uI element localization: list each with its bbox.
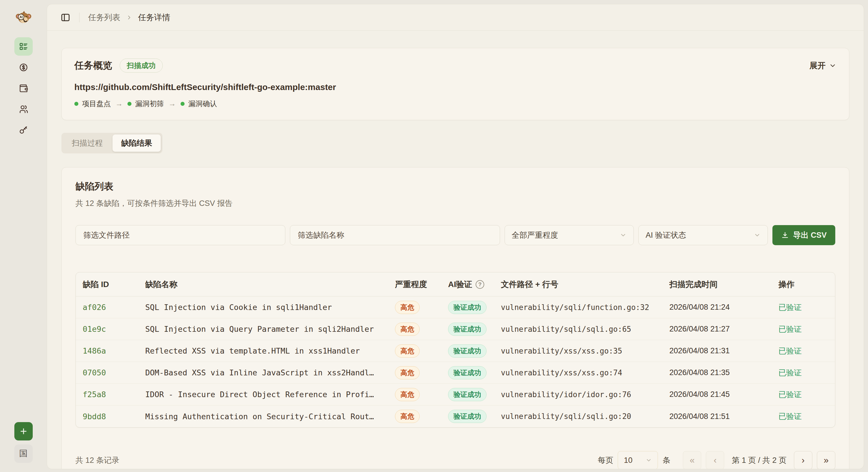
action-cell: 已验证 — [778, 346, 828, 356]
chevron-right-icon — [126, 14, 132, 21]
severity-cell: 高危 — [395, 344, 448, 358]
sidebar-item-users[interactable] — [14, 100, 33, 119]
last-page-button[interactable]: » — [817, 451, 835, 469]
export-csv-button[interactable]: 导出 CSV — [772, 225, 835, 245]
page-size-value: 10 — [624, 456, 632, 465]
severity-badge: 高危 — [395, 323, 420, 336]
tab-defect-results[interactable]: 缺陷结果 — [113, 134, 161, 152]
first-page-button[interactable]: « — [683, 451, 701, 469]
sidebar-item-api-keys[interactable] — [14, 121, 33, 139]
ai-verify-cell: 验证成功 — [448, 366, 501, 379]
ai-verified-badge: 验证成功 — [448, 366, 487, 379]
action-cell: 已验证 — [778, 390, 828, 400]
severity-badge: 高危 — [395, 344, 420, 358]
tab-scan-process[interactable]: 扫描过程 — [63, 134, 112, 152]
table-body: af026 SQL Injection via Cookie in sqli1H… — [76, 297, 835, 427]
verified-link[interactable]: 已验证 — [778, 347, 802, 355]
export-csv-label: 导出 CSV — [793, 230, 827, 240]
defect-name-cell: IDOR - Insecure Direct Object Reference … — [145, 390, 395, 399]
step-label: 漏洞确认 — [188, 99, 217, 108]
step-initial-screening: 漏洞初筛 — [127, 99, 164, 108]
ai-verify-cell: 验证成功 — [448, 323, 501, 336]
sidebar-item-billing[interactable] — [14, 58, 33, 76]
expand-button[interactable]: 展开 — [809, 60, 836, 71]
chevron-down-icon — [754, 232, 761, 239]
file-path-filter-input[interactable] — [75, 225, 285, 245]
dollar-circle-icon — [19, 63, 28, 72]
verified-link[interactable]: 已验证 — [778, 390, 802, 399]
result-tabs: 扫描过程 缺陷结果 — [61, 133, 162, 154]
page-size-select[interactable]: 10 — [618, 451, 658, 469]
action-cell: 已验证 — [778, 368, 828, 378]
pagination: 每页 10 条 « ‹ 第 1 页 / 共 2 页 › » — [598, 451, 835, 469]
severity-select[interactable]: 全部严重程度 — [505, 225, 634, 245]
sidebar-toggle-icon[interactable] — [60, 12, 71, 23]
breadcrumb-task-list[interactable]: 任务列表 — [88, 12, 120, 23]
filter-bar: 全部严重程度 AI 验证状态 — [75, 225, 835, 245]
severity-cell: 高危 — [395, 323, 448, 336]
table-footer: 共 12 条记录 每页 10 条 « ‹ 第 1 页 / 共 2 页 › » — [75, 451, 835, 469]
ai-verify-cell: 验证成功 — [448, 410, 501, 423]
table-row[interactable]: 07050 DOM-Based XSS via Inline JavaScrip… — [76, 362, 835, 384]
severity-badge: 高危 — [395, 410, 420, 423]
sidebar-bottom: 国 — [14, 422, 33, 463]
col-header-action: 操作 — [778, 279, 828, 290]
severity-badge: 高危 — [395, 366, 420, 379]
ai-verified-badge: 验证成功 — [448, 344, 487, 358]
svg-text:AI: AI — [20, 15, 23, 19]
table-row[interactable]: 9bdd8 Missing Authentication on Security… — [76, 405, 835, 427]
step-dot-icon — [181, 102, 185, 106]
file-path-cell: vulnerability/idor/idor.go:76 — [501, 390, 670, 399]
verified-link[interactable]: 已验证 — [778, 325, 802, 334]
chevron-down-icon — [646, 457, 652, 463]
col-header-severity: 严重程度 — [395, 279, 448, 290]
scan-time-cell: 2026/04/08 21:45 — [670, 390, 778, 399]
verified-link[interactable]: 已验证 — [778, 303, 802, 312]
plus-icon — [19, 427, 28, 436]
new-task-button[interactable] — [14, 422, 33, 440]
app-logo-monkey-icon[interactable]: AI — [15, 10, 32, 26]
arrow-right-icon: → — [168, 99, 176, 108]
topbar-divider — [79, 12, 80, 22]
step-dot-icon — [74, 102, 79, 106]
table-row[interactable]: f25a8 IDOR - Insecure Direct Object Refe… — [76, 384, 835, 405]
step-label: 项目盘点 — [82, 99, 111, 108]
table-row[interactable]: af026 SQL Injection via Cookie in sqli1H… — [76, 297, 835, 318]
main-panel: 任务列表 任务详情 任务概览 扫描成功 展开 — [47, 4, 864, 469]
step-label: 漏洞初筛 — [135, 99, 164, 108]
next-page-button[interactable]: › — [794, 451, 812, 469]
task-list-icon — [19, 42, 28, 51]
chevron-down-icon — [829, 62, 836, 69]
defect-id-cell: 1486a — [83, 346, 145, 355]
scan-time-cell: 2026/04/08 21:31 — [670, 346, 778, 355]
defect-name-filter-input[interactable] — [290, 225, 500, 245]
task-overview-card: 任务概览 扫描成功 展开 https://github.com/ShiftLef… — [61, 48, 849, 120]
col-header-ai-verify: AI验证 ? — [448, 279, 501, 290]
col-header-scan-time: 扫描完成时间 — [670, 279, 778, 290]
prev-page-button[interactable]: ‹ — [706, 451, 724, 469]
defect-name-cell: DOM-Based XSS via Inline JavaScript in x… — [145, 368, 395, 377]
overview-header: 任务概览 扫描成功 展开 — [74, 59, 836, 72]
defect-list-title: 缺陷列表 — [75, 180, 835, 193]
language-toggle-button[interactable]: 国 — [14, 444, 33, 463]
step-confirmation: 漏洞确认 — [181, 99, 217, 108]
page-info-label: 第 1 页 / 共 2 页 — [732, 455, 786, 465]
ai-verified-badge: 验证成功 — [448, 410, 487, 423]
sidebar-item-tasks[interactable] — [14, 37, 33, 56]
ai-status-select[interactable]: AI 验证状态 — [639, 225, 768, 245]
defect-table: 缺陷 ID 缺陷名称 严重程度 AI验证 ? 文件路径 + 行号 扫描完成时间 … — [75, 272, 835, 428]
table-row[interactable]: 01e9c SQL Injection via Query Parameter … — [76, 318, 835, 340]
table-row[interactable]: 1486a Reflected XSS via template.HTML in… — [76, 340, 835, 362]
defect-list-card: 缺陷列表 共 12 条缺陷，可按条件筛选并导出 CSV 报告 全部严重程度 AI… — [61, 167, 849, 469]
file-path-cell: vulnerability/sqli/sqli.go:20 — [501, 412, 670, 421]
ai-verify-header-label: AI验证 — [448, 279, 472, 290]
sidebar-item-wallet[interactable] — [14, 79, 33, 98]
severity-badge: 高危 — [395, 301, 420, 314]
verified-link[interactable]: 已验证 — [778, 412, 802, 421]
download-icon — [781, 231, 789, 239]
severity-select-value: 全部严重程度 — [512, 230, 558, 240]
help-question-icon[interactable]: ? — [476, 280, 484, 289]
per-page-suffix-label: 条 — [662, 455, 670, 465]
verified-link[interactable]: 已验证 — [778, 369, 802, 377]
breadcrumb-task-detail: 任务详情 — [138, 12, 170, 23]
